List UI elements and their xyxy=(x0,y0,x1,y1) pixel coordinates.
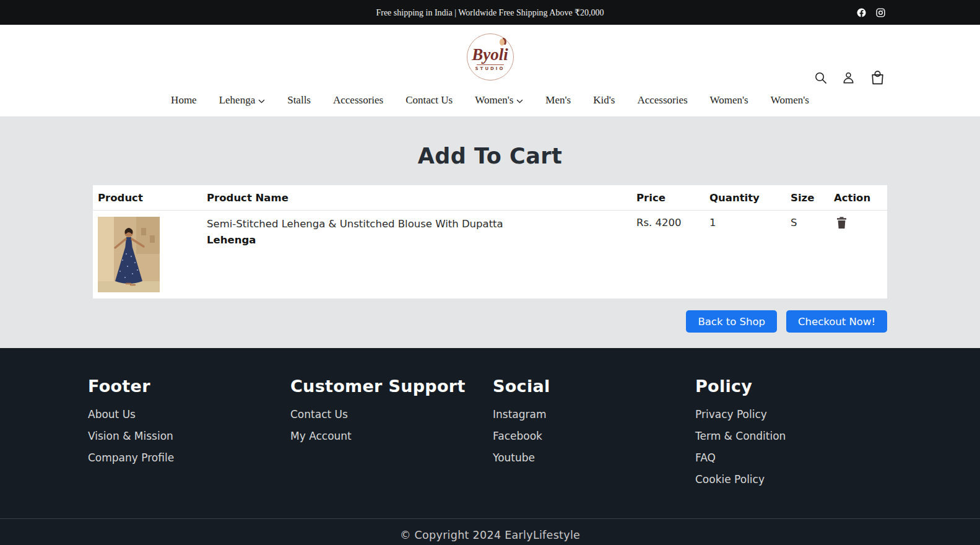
footer-column-policy: Policy Privacy Policy Term & Condition F… xyxy=(695,377,898,495)
footer-link-contact-us[interactable]: Contact Us xyxy=(290,408,348,421)
header-icons xyxy=(813,69,886,86)
product-category: Lehenga xyxy=(207,234,631,246)
chevron-down-icon xyxy=(258,99,265,103)
cart-table: Product Product Name Price Quantity Size… xyxy=(93,185,887,299)
site-footer: Footer About Us Vision & Mission Company… xyxy=(0,348,980,545)
nav-item-contact-us[interactable]: Contact Us xyxy=(405,94,453,107)
nav-item-home[interactable]: Home xyxy=(171,94,197,107)
col-header-action: Action xyxy=(829,192,887,204)
nav-item-mens[interactable]: Men's xyxy=(545,94,571,107)
footer-link-facebook[interactable]: Facebook xyxy=(493,430,542,442)
product-image xyxy=(98,217,160,292)
product-name: Semi-Stitched Lehenga & Unstitched Blous… xyxy=(207,217,631,232)
cart-actions: Back to Shop Checkout Now! xyxy=(93,310,887,333)
footer-column-title: Customer Support xyxy=(290,377,493,396)
table-row: Semi-Stitched Lehenga & Unstitched Blous… xyxy=(93,211,887,299)
delete-item-icon[interactable] xyxy=(836,217,847,229)
store-logo[interactable]: Byoli STUDIO xyxy=(467,33,514,81)
facebook-icon[interactable] xyxy=(856,7,867,18)
footer-column-title: Policy xyxy=(695,377,898,396)
footer-link-faq[interactable]: FAQ xyxy=(695,451,716,464)
nav-item-womens-3[interactable]: Women's xyxy=(771,94,809,107)
footer-link-privacy-policy[interactable]: Privacy Policy xyxy=(695,408,767,421)
account-icon[interactable] xyxy=(841,71,856,85)
nav-item-accessories-2[interactable]: Accessories xyxy=(637,94,687,107)
col-header-quantity: Quantity xyxy=(705,192,786,204)
nav-item-lehenga[interactable]: Lehenga xyxy=(219,94,266,107)
product-quantity: 1 xyxy=(705,217,786,292)
nav-item-womens-2[interactable]: Women's xyxy=(710,94,748,107)
footer-column-customer-support: Customer Support Contact Us My Account xyxy=(290,377,493,495)
nav-item-kids[interactable]: Kid's xyxy=(593,94,615,107)
footer-link-about-us[interactable]: About Us xyxy=(88,408,136,421)
logo-rule xyxy=(477,64,504,65)
product-price: Rs. 4200 xyxy=(631,217,705,292)
main-nav: Home Lehenga Stalls Accessories Contact … xyxy=(0,89,980,116)
footer-link-term-condition[interactable]: Term & Condition xyxy=(695,430,786,442)
nav-item-womens-dropdown[interactable]: Women's xyxy=(475,94,523,107)
cart-page: Add To Cart Product Product Name Price Q… xyxy=(0,116,980,348)
footer-link-vision-mission[interactable]: Vision & Mission xyxy=(88,430,173,442)
action-cell xyxy=(829,217,887,292)
product-image-cell xyxy=(93,217,202,292)
logo-face-icon xyxy=(497,37,508,50)
footer-column-title: Social xyxy=(493,377,695,396)
copyright-text: © Copyright 2024 EarlyLifestyle xyxy=(0,518,980,545)
footer-column-social: Social Instagram Facebook Youtube xyxy=(493,377,695,495)
footer-column-title: Footer xyxy=(88,377,290,396)
logo-subtitle: STUDIO xyxy=(475,66,505,71)
col-header-product: Product xyxy=(93,192,202,204)
announcement-text: Free shipping in India | Worldwide Free … xyxy=(376,7,604,18)
nav-item-stalls[interactable]: Stalls xyxy=(287,94,311,107)
footer-link-youtube[interactable]: Youtube xyxy=(493,451,535,464)
checkout-button[interactable]: Checkout Now! xyxy=(786,310,887,333)
chevron-down-icon xyxy=(516,99,523,103)
footer-columns: Footer About Us Vision & Mission Company… xyxy=(0,348,980,495)
col-header-size: Size xyxy=(786,192,829,204)
col-header-price: Price xyxy=(631,192,705,204)
footer-link-my-account[interactable]: My Account xyxy=(290,430,352,442)
footer-link-company-profile[interactable]: Company Profile xyxy=(88,451,174,464)
cart-table-header: Product Product Name Price Quantity Size… xyxy=(93,185,887,211)
site-header: Byoli STUDIO Home Lehenga Stalls Accesso… xyxy=(0,25,980,116)
product-name-cell: Semi-Stitched Lehenga & Unstitched Blous… xyxy=(202,217,631,292)
topbar-social-icons xyxy=(856,0,886,25)
page-title: Add To Cart xyxy=(0,144,980,168)
cart-icon[interactable] xyxy=(869,69,886,86)
back-to-shop-button[interactable]: Back to Shop xyxy=(686,310,777,333)
announcement-bar: Free shipping in India | Worldwide Free … xyxy=(0,0,980,25)
footer-link-instagram[interactable]: Instagram xyxy=(493,408,547,421)
nav-item-accessories[interactable]: Accessories xyxy=(333,94,383,107)
footer-column-footer: Footer About Us Vision & Mission Company… xyxy=(88,377,290,495)
product-size: S xyxy=(786,217,829,292)
footer-link-cookie-policy[interactable]: Cookie Policy xyxy=(695,473,765,486)
col-header-product-name: Product Name xyxy=(202,192,631,204)
instagram-icon[interactable] xyxy=(875,7,886,18)
search-icon[interactable] xyxy=(813,71,828,85)
